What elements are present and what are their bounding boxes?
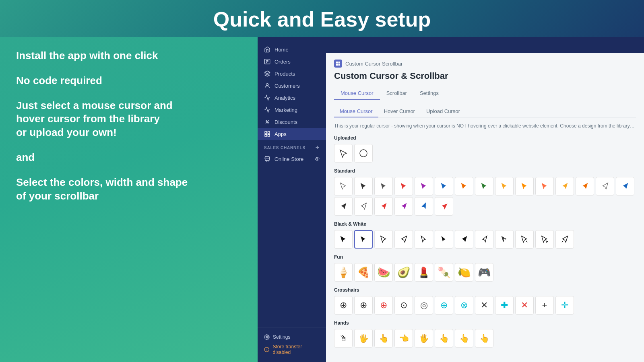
add-sales-channel-icon[interactable]: + xyxy=(316,144,320,151)
cursor-hand-6[interactable]: 👆 xyxy=(435,329,453,348)
cursor-ch-6[interactable]: ⊕ xyxy=(435,296,453,315)
store-transfer-item: Store transfer disabled xyxy=(264,342,320,357)
cursor-ch-1[interactable]: ⊕ xyxy=(334,296,353,315)
cursor-hand-3[interactable]: 👆 xyxy=(374,329,393,348)
cursor-std-1[interactable] xyxy=(334,177,353,195)
bw-cursor-8-icon xyxy=(480,235,489,244)
cursor-bw-9[interactable] xyxy=(495,230,514,249)
home-icon xyxy=(264,46,270,53)
cursor-std-r9[interactable] xyxy=(415,197,433,216)
sidebar-item-home[interactable]: Home xyxy=(258,43,326,56)
tab-mouse-cursor-secondary[interactable]: Mouse Cursor xyxy=(334,106,378,117)
cursor-std-r6[interactable] xyxy=(354,197,373,216)
cursor-hand-5[interactable]: 🖐 xyxy=(415,329,433,348)
ch-9-icon: ✚ xyxy=(501,300,508,311)
cursor-ch-7[interactable]: ⊗ xyxy=(455,296,473,315)
std-cursor-9-icon xyxy=(500,182,509,191)
cursor-std-r2[interactable] xyxy=(576,177,594,195)
sidebar-item-marketing[interactable]: Marketing xyxy=(258,104,326,116)
cursor-ch-2[interactable]: ⊕ xyxy=(354,296,373,315)
cursor-std-5[interactable] xyxy=(415,177,433,195)
cursor-ch-10[interactable]: ✕ xyxy=(515,296,534,315)
cursor-fun-2[interactable]: 🍕 xyxy=(354,263,373,282)
cursor-bw-3[interactable] xyxy=(374,230,393,249)
cursor-hand-1[interactable]: 🖱 xyxy=(334,329,353,348)
tab-scrollbar[interactable]: Scrollbar xyxy=(380,87,413,100)
std-cursor-r3-icon xyxy=(601,182,609,191)
sidebar-item-customers[interactable]: Customers xyxy=(258,80,326,92)
cursor-std-r4[interactable] xyxy=(616,177,634,195)
cursor-bw-12[interactable] xyxy=(555,230,574,249)
cursor-circle-outline[interactable] xyxy=(354,144,373,162)
store-icon xyxy=(264,156,270,162)
cursor-std-r5[interactable] xyxy=(334,197,353,216)
tagline-1: Install the app with one click xyxy=(16,49,242,63)
cursor-ch-3[interactable]: ⊕ xyxy=(374,296,393,315)
cursor-std-2[interactable] xyxy=(354,177,373,195)
cursor-std-r10[interactable] xyxy=(435,197,453,216)
sales-channels-section: SALES CHANNELS + xyxy=(258,140,326,153)
cursor-std-r7[interactable] xyxy=(374,197,393,216)
bw-cursor-1-icon xyxy=(339,235,348,244)
cursor-std-3[interactable] xyxy=(374,177,393,195)
cursor-fun-1[interactable]: 🍦 xyxy=(334,263,353,282)
cursor-std-9[interactable] xyxy=(495,177,514,195)
cursor-bw-6[interactable] xyxy=(435,230,453,249)
hand-4-icon: 👈 xyxy=(399,333,409,343)
hand-1-icon: 🖱 xyxy=(339,334,347,343)
cursor-std-7[interactable] xyxy=(455,177,473,195)
cursor-bw-5[interactable] xyxy=(415,230,433,249)
sidebar-item-products[interactable]: Products xyxy=(258,68,326,80)
svg-rect-23 xyxy=(339,64,341,66)
cursor-ch-5[interactable]: ◎ xyxy=(415,296,433,315)
tagline-3: Just select a mouse cursor andhover curs… xyxy=(16,99,242,140)
sidebar-item-analytics[interactable]: Analytics xyxy=(258,92,326,104)
cursor-fun-5[interactable]: 💄 xyxy=(415,263,433,282)
tab-mouse-cursor[interactable]: Mouse Cursor xyxy=(334,87,380,100)
cursor-fun-6[interactable]: 🍡 xyxy=(435,263,453,282)
cursor-bw-1[interactable] xyxy=(334,230,353,249)
sidebar-item-orders[interactable]: Orders xyxy=(258,56,326,68)
cursor-bw-4[interactable] xyxy=(394,230,413,249)
sidebar-item-apps[interactable]: Apps xyxy=(258,128,326,140)
cursor-bw-10[interactable] xyxy=(515,230,534,249)
cursor-std-r3[interactable] xyxy=(596,177,614,195)
settings-item[interactable]: Settings xyxy=(264,332,320,342)
cursor-fun-4[interactable]: 🥑 xyxy=(394,263,413,282)
settings-label: Settings xyxy=(273,334,290,340)
cursor-hand-8[interactable]: 👆 xyxy=(475,329,493,348)
cursor-bw-2[interactable] xyxy=(354,230,373,249)
cursor-std-8[interactable] xyxy=(475,177,493,195)
settings-icon xyxy=(264,334,270,340)
cursor-std-r1[interactable] xyxy=(555,177,574,195)
cursor-arrow-outline[interactable] xyxy=(334,144,353,162)
cursor-bw-11[interactable] xyxy=(535,230,554,249)
cursor-std-r8[interactable] xyxy=(394,197,413,216)
cursor-ch-12[interactable]: ✛ xyxy=(555,296,574,315)
cursor-ch-4[interactable]: ⊙ xyxy=(394,296,413,315)
cursor-std-4[interactable] xyxy=(394,177,413,195)
cursor-bw-8[interactable] xyxy=(475,230,493,249)
cursor-std-6[interactable] xyxy=(435,177,453,195)
cursor-bw-7[interactable] xyxy=(455,230,473,249)
cursor-std-10[interactable] xyxy=(515,177,534,195)
cursor-hand-2[interactable]: 🖐 xyxy=(354,329,373,348)
cursor-ch-11[interactable]: + xyxy=(535,296,554,315)
cursor-ch-9[interactable]: ✚ xyxy=(495,296,514,315)
info-icon xyxy=(264,347,270,352)
hand-5-icon: 🖐 xyxy=(419,333,429,343)
std-cursor-3-icon xyxy=(379,182,388,191)
cursor-std-11[interactable] xyxy=(535,177,554,195)
sidebar-item-online-store[interactable]: Online Store xyxy=(258,153,326,165)
tab-settings[interactable]: Settings xyxy=(413,87,445,100)
tab-upload-cursor[interactable]: Upload Cursor xyxy=(421,106,466,117)
cursor-fun-8[interactable]: 🎮 xyxy=(475,263,493,282)
cursor-ch-8[interactable]: ✕ xyxy=(475,296,493,315)
uploaded-label: Uploaded xyxy=(334,135,636,141)
sidebar-item-discounts[interactable]: Discounts xyxy=(258,116,326,128)
cursor-hand-4[interactable]: 👈 xyxy=(394,329,413,348)
cursor-fun-3[interactable]: 🍉 xyxy=(374,263,393,282)
cursor-hand-7[interactable]: 👆 xyxy=(455,329,473,348)
tab-hover-cursor[interactable]: Hover Cursor xyxy=(378,106,421,117)
cursor-fun-7[interactable]: 🍋 xyxy=(455,263,473,282)
